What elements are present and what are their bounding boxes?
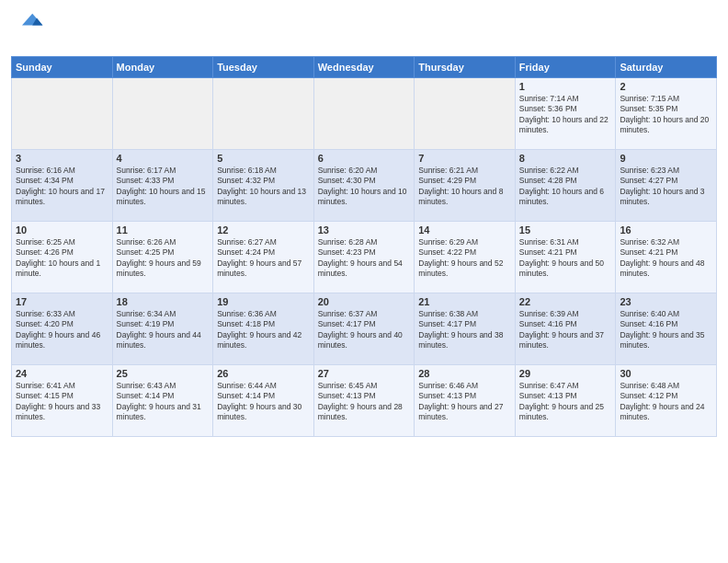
day-of-week-header: Friday xyxy=(515,57,616,78)
calendar-day-cell: 25Sunrise: 6:43 AM Sunset: 4:14 PM Dayli… xyxy=(112,365,213,437)
day-sun-info: Sunrise: 6:17 AM Sunset: 4:33 PM Dayligh… xyxy=(117,166,210,208)
day-sun-info: Sunrise: 6:39 AM Sunset: 4:16 PM Dayligh… xyxy=(519,309,612,351)
day-of-week-header: Sunday xyxy=(12,57,113,78)
day-sun-info: Sunrise: 6:41 AM Sunset: 4:15 PM Dayligh… xyxy=(16,381,108,423)
calendar-body: 1Sunrise: 7:14 AM Sunset: 5:36 PM Daylig… xyxy=(12,78,717,437)
calendar-day-cell: 28Sunrise: 6:46 AM Sunset: 4:13 PM Dayli… xyxy=(415,365,516,437)
page-header xyxy=(0,0,728,56)
day-of-week-header: Tuesday xyxy=(213,57,314,78)
calendar-week-row: 3Sunrise: 6:16 AM Sunset: 4:34 PM Daylig… xyxy=(12,150,717,222)
day-number: 3 xyxy=(16,153,108,164)
day-of-week-header: Thursday xyxy=(415,57,516,78)
day-number: 9 xyxy=(620,153,712,164)
day-sun-info: Sunrise: 6:21 AM Sunset: 4:29 PM Dayligh… xyxy=(418,166,511,208)
calendar-day-cell: 20Sunrise: 6:37 AM Sunset: 4:17 PM Dayli… xyxy=(313,293,415,365)
calendar-day-cell: 9Sunrise: 6:23 AM Sunset: 4:27 PM Daylig… xyxy=(616,150,717,222)
day-sun-info: Sunrise: 6:45 AM Sunset: 4:13 PM Dayligh… xyxy=(318,381,411,423)
day-number: 25 xyxy=(117,368,210,379)
calendar-day-cell: 23Sunrise: 6:40 AM Sunset: 4:16 PM Dayli… xyxy=(616,293,717,365)
day-sun-info: Sunrise: 6:44 AM Sunset: 4:14 PM Dayligh… xyxy=(217,381,310,423)
calendar-day-cell xyxy=(313,78,415,150)
day-number: 19 xyxy=(217,296,310,307)
calendar-day-cell: 22Sunrise: 6:39 AM Sunset: 4:16 PM Dayli… xyxy=(515,293,616,365)
calendar-week-row: 10Sunrise: 6:25 AM Sunset: 4:26 PM Dayli… xyxy=(12,222,717,293)
calendar-week-row: 1Sunrise: 7:14 AM Sunset: 5:36 PM Daylig… xyxy=(12,78,717,150)
day-sun-info: Sunrise: 6:34 AM Sunset: 4:19 PM Dayligh… xyxy=(117,309,210,351)
day-sun-info: Sunrise: 6:29 AM Sunset: 4:22 PM Dayligh… xyxy=(418,237,511,280)
calendar-day-cell: 8Sunrise: 6:22 AM Sunset: 4:28 PM Daylig… xyxy=(515,150,616,222)
logo-icon xyxy=(22,11,44,29)
calendar-day-cell: 10Sunrise: 6:25 AM Sunset: 4:26 PM Dayli… xyxy=(12,222,113,293)
day-of-week-header: Monday xyxy=(112,57,213,78)
day-sun-info: Sunrise: 6:37 AM Sunset: 4:17 PM Dayligh… xyxy=(318,309,411,351)
day-sun-info: Sunrise: 6:31 AM Sunset: 4:21 PM Dayligh… xyxy=(519,237,612,280)
calendar-day-cell: 3Sunrise: 6:16 AM Sunset: 4:34 PM Daylig… xyxy=(12,150,113,222)
day-sun-info: Sunrise: 6:28 AM Sunset: 4:23 PM Dayligh… xyxy=(318,237,411,280)
day-number: 13 xyxy=(318,224,411,236)
day-sun-info: Sunrise: 6:23 AM Sunset: 4:27 PM Dayligh… xyxy=(620,166,712,208)
day-number: 17 xyxy=(16,296,108,307)
calendar-week-row: 24Sunrise: 6:41 AM Sunset: 4:15 PM Dayli… xyxy=(12,365,717,437)
calendar-day-cell: 24Sunrise: 6:41 AM Sunset: 4:15 PM Dayli… xyxy=(12,365,113,437)
calendar-day-cell: 6Sunrise: 6:20 AM Sunset: 4:30 PM Daylig… xyxy=(313,150,415,222)
day-number: 26 xyxy=(217,368,310,379)
calendar-day-cell xyxy=(415,78,516,150)
logo xyxy=(18,11,44,49)
day-number: 22 xyxy=(519,296,612,307)
calendar: SundayMondayTuesdayWednesdayThursdayFrid… xyxy=(0,56,728,444)
day-sun-info: Sunrise: 6:40 AM Sunset: 4:16 PM Dayligh… xyxy=(620,309,712,351)
day-sun-info: Sunrise: 6:47 AM Sunset: 4:13 PM Dayligh… xyxy=(519,381,612,423)
day-sun-info: Sunrise: 6:48 AM Sunset: 4:12 PM Dayligh… xyxy=(620,381,712,423)
calendar-day-cell: 30Sunrise: 6:48 AM Sunset: 4:12 PM Dayli… xyxy=(616,365,717,437)
day-of-week-header: Saturday xyxy=(616,57,717,78)
day-sun-info: Sunrise: 7:15 AM Sunset: 5:35 PM Dayligh… xyxy=(620,94,712,136)
calendar-day-cell xyxy=(112,78,213,150)
day-sun-info: Sunrise: 7:14 AM Sunset: 5:36 PM Dayligh… xyxy=(519,94,612,136)
day-number: 28 xyxy=(418,368,511,379)
calendar-table: SundayMondayTuesdayWednesdayThursdayFrid… xyxy=(11,56,717,437)
day-number: 10 xyxy=(16,224,108,236)
day-sun-info: Sunrise: 6:32 AM Sunset: 4:21 PM Dayligh… xyxy=(620,237,712,280)
calendar-day-cell: 13Sunrise: 6:28 AM Sunset: 4:23 PM Dayli… xyxy=(313,222,415,293)
day-sun-info: Sunrise: 6:43 AM Sunset: 4:14 PM Dayligh… xyxy=(117,381,210,423)
day-number: 5 xyxy=(217,153,310,164)
day-number: 14 xyxy=(418,224,511,236)
calendar-day-cell: 14Sunrise: 6:29 AM Sunset: 4:22 PM Dayli… xyxy=(415,222,516,293)
day-sun-info: Sunrise: 6:22 AM Sunset: 4:28 PM Dayligh… xyxy=(519,166,612,208)
calendar-day-cell: 26Sunrise: 6:44 AM Sunset: 4:14 PM Dayli… xyxy=(213,365,314,437)
day-number: 12 xyxy=(217,224,310,236)
day-number: 7 xyxy=(418,153,511,164)
calendar-day-cell: 1Sunrise: 7:14 AM Sunset: 5:36 PM Daylig… xyxy=(515,78,616,150)
calendar-day-cell: 19Sunrise: 6:36 AM Sunset: 4:18 PM Dayli… xyxy=(213,293,314,365)
calendar-week-row: 17Sunrise: 6:33 AM Sunset: 4:20 PM Dayli… xyxy=(12,293,717,365)
calendar-day-cell: 4Sunrise: 6:17 AM Sunset: 4:33 PM Daylig… xyxy=(112,150,213,222)
day-number: 4 xyxy=(117,153,210,164)
calendar-day-cell: 12Sunrise: 6:27 AM Sunset: 4:24 PM Dayli… xyxy=(213,222,314,293)
day-number: 11 xyxy=(117,224,210,236)
calendar-day-cell: 27Sunrise: 6:45 AM Sunset: 4:13 PM Dayli… xyxy=(313,365,415,437)
calendar-day-cell: 18Sunrise: 6:34 AM Sunset: 4:19 PM Dayli… xyxy=(112,293,213,365)
calendar-day-cell: 7Sunrise: 6:21 AM Sunset: 4:29 PM Daylig… xyxy=(415,150,516,222)
day-number: 16 xyxy=(620,224,712,236)
day-number: 18 xyxy=(117,296,210,307)
day-sun-info: Sunrise: 6:27 AM Sunset: 4:24 PM Dayligh… xyxy=(217,237,310,280)
calendar-day-cell: 11Sunrise: 6:26 AM Sunset: 4:25 PM Dayli… xyxy=(112,222,213,293)
day-sun-info: Sunrise: 6:26 AM Sunset: 4:25 PM Dayligh… xyxy=(117,237,210,280)
calendar-day-cell: 17Sunrise: 6:33 AM Sunset: 4:20 PM Dayli… xyxy=(12,293,113,365)
day-sun-info: Sunrise: 6:46 AM Sunset: 4:13 PM Dayligh… xyxy=(418,381,511,423)
day-number: 24 xyxy=(16,368,108,379)
day-sun-info: Sunrise: 6:25 AM Sunset: 4:26 PM Dayligh… xyxy=(16,237,108,280)
day-number: 21 xyxy=(418,296,511,307)
day-sun-info: Sunrise: 6:18 AM Sunset: 4:32 PM Dayligh… xyxy=(217,166,310,208)
day-number: 6 xyxy=(318,153,411,164)
calendar-day-cell: 29Sunrise: 6:47 AM Sunset: 4:13 PM Dayli… xyxy=(515,365,616,437)
day-number: 30 xyxy=(620,368,712,379)
day-sun-info: Sunrise: 6:20 AM Sunset: 4:30 PM Dayligh… xyxy=(318,166,411,208)
day-sun-info: Sunrise: 6:16 AM Sunset: 4:34 PM Dayligh… xyxy=(16,166,108,208)
day-sun-info: Sunrise: 6:38 AM Sunset: 4:17 PM Dayligh… xyxy=(418,309,511,351)
day-number: 15 xyxy=(519,224,612,236)
calendar-day-cell xyxy=(213,78,314,150)
calendar-day-cell: 5Sunrise: 6:18 AM Sunset: 4:32 PM Daylig… xyxy=(213,150,314,222)
day-number: 29 xyxy=(519,368,612,379)
day-number: 23 xyxy=(620,296,712,307)
